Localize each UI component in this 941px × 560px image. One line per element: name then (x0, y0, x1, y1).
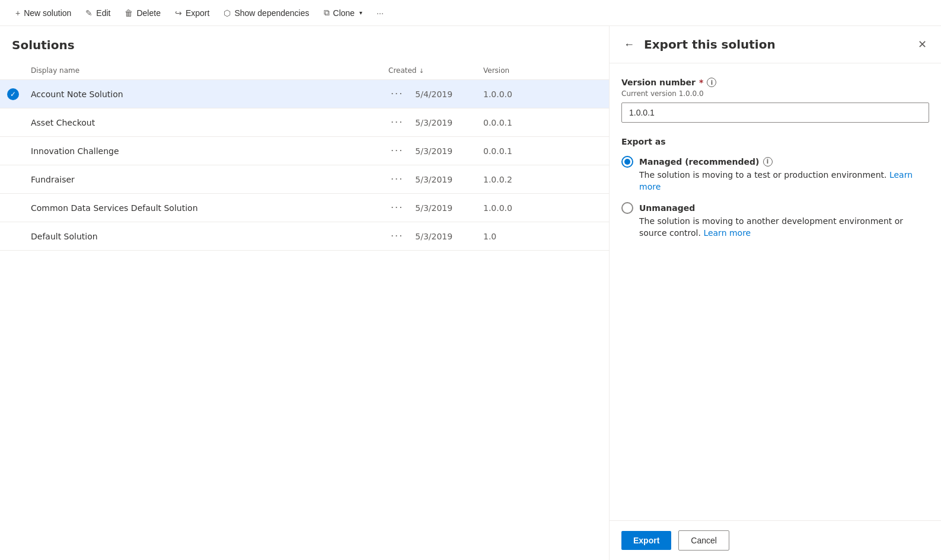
unmanaged-desc: The solution is moving to another develo… (639, 215, 929, 239)
export-submit-button[interactable]: Export (621, 531, 671, 550)
managed-option[interactable]: Managed (recommended) i The solution is … (621, 156, 929, 193)
row-more-dots-5[interactable]: ··· (388, 201, 406, 215)
row-version-1: 1.0.0.0 (479, 89, 573, 99)
clone-label: Clone (333, 8, 355, 18)
export-panel-title: Export this solution (644, 37, 908, 52)
managed-label: Managed (recommended) i (639, 156, 929, 168)
version-input[interactable] (621, 103, 929, 123)
side-panel-body: Version number * i Current version 1.0.0… (610, 63, 941, 520)
export-side-panel: ← Export this solution ✕ Version number … (609, 26, 941, 560)
row-more-4: ··· 5/3/2019 (384, 172, 479, 186)
table-row[interactable]: Fundraiser ··· 5/3/2019 1.0.0.2 (0, 165, 609, 194)
export-button[interactable]: ↪ Export (169, 5, 215, 21)
row-name-6: Default Solution (26, 232, 384, 241)
row-date-1: 5/4/2019 (410, 89, 457, 99)
solutions-title: Solutions (0, 38, 609, 62)
delete-label: Delete (136, 8, 160, 18)
toolbar: + New solution ✎ Edit 🗑 Delete ↪ Export … (0, 0, 941, 26)
close-button[interactable]: ✕ (916, 36, 929, 53)
unmanaged-learn-more-link[interactable]: Learn more (703, 228, 751, 238)
required-star: * (699, 78, 703, 87)
header-actions (573, 66, 609, 75)
more-icon: ··· (377, 8, 384, 18)
table-header: Display name Created ↓ Version (0, 62, 609, 80)
main-layout: Solutions Display name Created ↓ Version… (0, 26, 941, 560)
row-more-1: ··· 5/4/2019 (384, 87, 479, 101)
edit-icon: ✎ (85, 8, 92, 18)
header-version: Version (479, 66, 573, 75)
plus-icon: + (15, 8, 20, 18)
row-name-4: Fundraiser (26, 175, 384, 184)
delete-button[interactable]: 🗑 Delete (119, 5, 166, 21)
row-date-6: 5/3/2019 (410, 232, 457, 241)
header-display-name: Display name (26, 66, 384, 75)
header-check-col (0, 66, 26, 75)
back-button[interactable]: ← (621, 36, 637, 53)
row-more-dots-1[interactable]: ··· (388, 87, 406, 101)
table-body: ✓ Account Note Solution ··· 5/4/2019 1.0… (0, 80, 609, 560)
row-name-1: Account Note Solution (26, 89, 384, 99)
managed-radio-text: Managed (recommended) i The solution is … (639, 156, 929, 193)
row-more-dots-6[interactable]: ··· (388, 229, 406, 243)
version-number-field: Version number * i Current version 1.0.0… (621, 78, 929, 123)
row-date-4: 5/3/2019 (410, 175, 457, 184)
row-name-2: Asset Checkout (26, 118, 384, 127)
side-panel-header: ← Export this solution ✕ (610, 26, 941, 63)
side-panel-footer: Export Cancel (610, 520, 941, 560)
row-more-3: ··· 5/3/2019 (384, 144, 479, 158)
clone-button[interactable]: ⧉ Clone ▾ (318, 4, 369, 21)
unmanaged-label: Unmanaged (639, 202, 929, 214)
managed-info-icon[interactable]: i (763, 157, 773, 167)
new-solution-button[interactable]: + New solution (9, 5, 77, 21)
header-created: Created ↓ (384, 66, 479, 75)
row-name-5: Common Data Services Default Solution (26, 203, 384, 213)
unmanaged-radio[interactable] (621, 202, 633, 214)
row-name-3: Innovation Challenge (26, 146, 384, 156)
version-number-label: Version number * i (621, 78, 929, 87)
row-more-6: ··· 5/3/2019 (384, 229, 479, 243)
solutions-panel: Solutions Display name Created ↓ Version… (0, 26, 609, 560)
clone-dropdown-icon: ▾ (359, 9, 362, 16)
row-date-2: 5/3/2019 (410, 118, 457, 127)
row-version-4: 1.0.0.2 (479, 175, 573, 184)
edit-label: Edit (96, 8, 110, 18)
managed-radio[interactable] (621, 156, 633, 168)
row-more-2: ··· 5/3/2019 (384, 116, 479, 129)
delete-icon: 🗑 (125, 8, 133, 18)
row-more-dots-3[interactable]: ··· (388, 144, 406, 158)
export-icon: ↪ (175, 8, 182, 18)
export-as-label: Export as (621, 137, 929, 146)
show-dependencies-button[interactable]: ⬡ Show dependencies (218, 5, 315, 21)
table-row[interactable]: Asset Checkout ··· 5/3/2019 0.0.0.1 (0, 108, 609, 137)
table-row[interactable]: Common Data Services Default Solution ··… (0, 194, 609, 222)
table-row[interactable]: ✓ Account Note Solution ··· 5/4/2019 1.0… (0, 80, 609, 108)
radio-dot (624, 159, 630, 165)
version-hint: Current version 1.0.0.0 (621, 89, 929, 98)
row-version-6: 1.0 (479, 232, 573, 241)
check-icon-1: ✓ (7, 88, 19, 100)
unmanaged-option[interactable]: Unmanaged The solution is moving to anot… (621, 202, 929, 239)
row-version-2: 0.0.0.1 (479, 118, 573, 127)
row-check-1: ✓ (0, 88, 26, 100)
table-row[interactable]: Innovation Challenge ··· 5/3/2019 0.0.0.… (0, 137, 609, 165)
row-version-5: 1.0.0.0 (479, 203, 573, 213)
edit-button[interactable]: ✎ Edit (79, 5, 116, 21)
row-date-3: 5/3/2019 (410, 146, 457, 156)
more-button[interactable]: ··· (371, 5, 390, 21)
row-version-3: 0.0.0.1 (479, 146, 573, 156)
new-solution-label: New solution (24, 8, 71, 18)
row-more-dots-4[interactable]: ··· (388, 172, 406, 186)
dependencies-icon: ⬡ (224, 8, 231, 18)
clone-icon: ⧉ (324, 8, 330, 18)
managed-desc: The solution is moving to a test or prod… (639, 169, 929, 193)
export-label: Export (186, 8, 209, 18)
row-date-5: 5/3/2019 (410, 203, 457, 213)
unmanaged-radio-text: Unmanaged The solution is moving to anot… (639, 202, 929, 239)
cancel-button[interactable]: Cancel (678, 530, 729, 551)
row-more-dots-2[interactable]: ··· (388, 116, 406, 129)
show-dependencies-label: Show dependencies (234, 8, 309, 18)
sort-arrow-icon: ↓ (419, 68, 424, 74)
version-info-icon[interactable]: i (707, 78, 716, 87)
table-row[interactable]: Default Solution ··· 5/3/2019 1.0 (0, 222, 609, 251)
row-more-5: ··· 5/3/2019 (384, 201, 479, 215)
